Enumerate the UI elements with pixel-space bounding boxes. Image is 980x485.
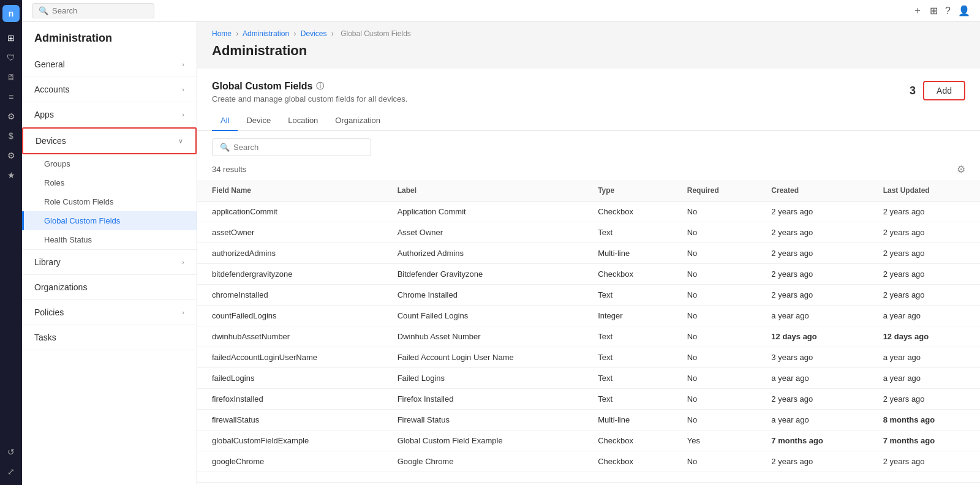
shield-icon[interactable]: 🛡	[2, 49, 20, 66]
cell-last_updated: 2 years ago	[869, 264, 980, 285]
table-row[interactable]: globalCustomFieldExampleGlobal Custom Fi…	[197, 430, 980, 451]
cell-created: 12 days ago	[756, 326, 868, 347]
cell-last_updated: 8 months ago	[869, 410, 980, 430]
nav-sub-role-custom-fields[interactable]: Role Custom Fields	[22, 192, 197, 211]
cell-last_updated: 2 years ago	[869, 243, 980, 264]
add-button[interactable]: Add	[923, 81, 965, 100]
nav-sub-global-custom-fields[interactable]: Global Custom Fields	[22, 211, 197, 230]
nav-item-tasks[interactable]: Tasks	[22, 325, 197, 350]
cell-created: a year ago	[756, 306, 868, 326]
cell-required: No	[673, 285, 757, 306]
table-row[interactable]: firefoxInstalledFirefox InstalledTextNo2…	[197, 389, 980, 410]
expand-icon[interactable]: ⤢	[2, 463, 20, 480]
help-icon[interactable]: ?	[945, 6, 951, 17]
tab-all[interactable]: All	[212, 111, 238, 131]
nav-item-devices[interactable]: Devices ∨	[22, 127, 197, 154]
nav-item-library[interactable]: Library ›	[22, 250, 197, 274]
table-row[interactable]: googleChromeGoogle ChromeCheckboxNo2 yea…	[197, 451, 980, 472]
cell-created: 2 years ago	[756, 389, 868, 410]
tab-location[interactable]: Location	[279, 111, 326, 131]
settings-icon[interactable]: ⚙	[957, 164, 965, 175]
col-type: Type	[583, 180, 673, 201]
dollar-icon[interactable]: $	[2, 127, 20, 145]
nav-sub-roles[interactable]: Roles	[22, 173, 197, 192]
col-field-name: Field Name	[197, 180, 383, 201]
bottom-bar: Phone Contact Us Technical Support suppo…	[197, 483, 980, 485]
tab-device[interactable]: Device	[238, 111, 279, 131]
cell-type: Checkbox	[583, 430, 673, 451]
cell-last_updated: 2 years ago	[869, 201, 980, 222]
col-required: Required	[673, 180, 757, 201]
data-table-wrapper: Field Name Label Type Required Created L…	[197, 180, 980, 472]
table-row[interactable]: firewallStatusFirewall StatusMulti-lineN…	[197, 410, 980, 430]
tabs-bar: All Device Location Organization	[197, 103, 980, 131]
cell-required: No	[673, 347, 757, 368]
table-header-row: Field Name Label Type Required Created L…	[197, 180, 980, 201]
nav-item-general[interactable]: General ›	[22, 52, 197, 77]
table-controls: 🔍	[197, 131, 980, 164]
nav-sub-health-status[interactable]: Health Status	[22, 230, 197, 249]
search-input[interactable]	[52, 6, 148, 15]
table-search-input[interactable]	[233, 143, 363, 152]
nav-section-accounts: Accounts ›	[22, 77, 197, 102]
cell-created: 2 years ago	[756, 222, 868, 243]
table-row[interactable]: chromeInstalledChrome InstalledTextNo2 y…	[197, 285, 980, 306]
data-table: Field Name Label Type Required Created L…	[197, 180, 980, 472]
user-icon[interactable]: 👤	[958, 5, 970, 17]
cell-created: a year ago	[756, 368, 868, 389]
cell-type: Multi-line	[583, 410, 673, 430]
cell-field_name: dwinhubAssetNumber	[197, 326, 383, 347]
info-icon[interactable]: ⓘ	[316, 81, 324, 92]
history-icon[interactable]: ↺	[2, 443, 20, 461]
tab-organization[interactable]: Organization	[326, 111, 389, 131]
breadcrumb-administration[interactable]: Administration	[243, 29, 289, 38]
cell-required: No	[673, 264, 757, 285]
table-row[interactable]: bitdefendergravityzoneBitdefender Gravit…	[197, 264, 980, 285]
cell-label: Application Commit	[383, 201, 584, 222]
cell-type: Checkbox	[583, 264, 673, 285]
star-icon[interactable]: ★	[2, 167, 20, 184]
chevron-right-icon: ›	[182, 258, 184, 266]
cell-required: No	[673, 326, 757, 347]
nav-sub-groups[interactable]: Groups	[22, 154, 197, 173]
breadcrumb-current: Global Custom Fields	[341, 29, 411, 38]
cell-required: No	[673, 451, 757, 472]
table-row[interactable]: assetOwnerAsset OwnerTextNo2 years ago2 …	[197, 222, 980, 243]
cell-required: No	[673, 222, 757, 243]
table-row[interactable]: failedLoginsFailed LoginsTextNoa year ag…	[197, 368, 980, 389]
cell-label: Bitdefender Gravityzone	[383, 264, 584, 285]
cell-label: Failed Logins	[383, 368, 584, 389]
col-last-updated: Last Updated	[869, 180, 980, 201]
nav-item-policies[interactable]: Policies ›	[22, 300, 197, 325]
cell-type: Text	[583, 389, 673, 410]
settings-icon[interactable]: ⚙	[2, 147, 20, 164]
cell-last_updated: a year ago	[869, 368, 980, 389]
add-icon[interactable]: ＋	[913, 4, 922, 17]
topbar-search-box[interactable]: 🔍	[32, 3, 154, 18]
panel-title: Global Custom Fields ⓘ	[212, 81, 407, 92]
cell-required: No	[673, 243, 757, 264]
layers-icon[interactable]: ≡	[2, 88, 20, 105]
dashboard-icon[interactable]: ⊞	[2, 29, 20, 47]
cell-label: Failed Account Login User Name	[383, 347, 584, 368]
cell-label: Firewall Status	[383, 410, 584, 430]
breadcrumb-devices[interactable]: Devices	[301, 29, 327, 38]
table-row[interactable]: dwinhubAssetNumberDwinhub Asset NumberTe…	[197, 326, 980, 347]
grid-icon[interactable]: ⊞	[930, 5, 938, 17]
panel-description: Create and manage global custom fields f…	[212, 94, 407, 103]
gear-icon[interactable]: ⚙	[2, 108, 20, 125]
cell-type: Checkbox	[583, 201, 673, 222]
monitor-icon[interactable]: 🖥	[2, 69, 20, 86]
table-search-box[interactable]: 🔍	[212, 138, 371, 156]
panel-header: Global Custom Fields ⓘ Create and manage…	[197, 69, 980, 103]
nav-item-accounts[interactable]: Accounts ›	[22, 77, 197, 102]
cell-last_updated: 2 years ago	[869, 285, 980, 306]
nav-item-apps[interactable]: Apps ›	[22, 102, 197, 127]
table-row[interactable]: countFailedLoginsCount Failed LoginsInte…	[197, 306, 980, 326]
cell-field_name: countFailedLogins	[197, 306, 383, 326]
table-row[interactable]: applicationCommitApplication CommitCheck…	[197, 201, 980, 222]
table-row[interactable]: failedAccountLoginUserNameFailed Account…	[197, 347, 980, 368]
nav-item-organizations[interactable]: Organizations	[22, 275, 197, 299]
table-row[interactable]: authorizedAdminsAuthorized AdminsMulti-l…	[197, 243, 980, 264]
breadcrumb-home[interactable]: Home	[212, 29, 232, 38]
